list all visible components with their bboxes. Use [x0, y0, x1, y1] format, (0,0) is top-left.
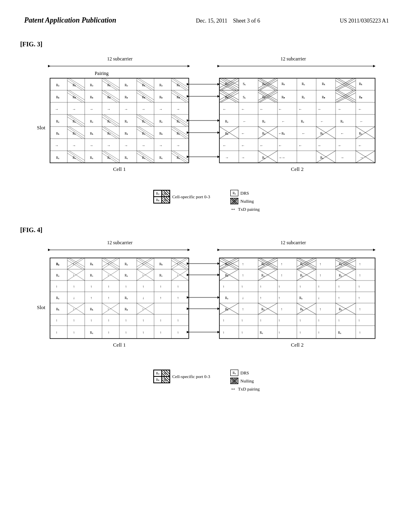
svg-text:→: →: [55, 107, 58, 111]
svg-line-75: [69, 78, 85, 88]
svg-line-106: [137, 117, 152, 127]
svg-text:Rₑ: Rₑ: [338, 331, 341, 335]
svg-text:R₃: R₃: [322, 96, 325, 99]
svg-text:↑: ↑: [260, 285, 262, 289]
svg-text:↑: ↑: [108, 296, 110, 300]
svg-line-85: [171, 81, 186, 90]
fig4-legend-pairing-label: TxD pairing: [238, 387, 260, 391]
fig3-label: [FIG. 3]: [20, 41, 393, 48]
svg-line-285: [67, 258, 82, 267]
svg-text:R₂: R₂: [125, 96, 128, 99]
svg-text:↑: ↑: [241, 318, 243, 322]
svg-line-98: [67, 114, 85, 127]
svg-text:↑: ↑: [107, 274, 109, 277]
svg-line-112: [67, 129, 82, 139]
page-header: Patent Application Publication Dec. 15, …: [0, 0, 413, 29]
svg-text:Rₒ: Rₒ: [125, 308, 128, 311]
svg-text:Rₑ: Rₑ: [177, 120, 180, 123]
fig3-subcarrier-labels: 12 subcarrier 12 subcarrier: [33, 56, 380, 62]
svg-line-122: [67, 151, 85, 163]
svg-text:←: ←: [302, 131, 305, 135]
svg-text:↑: ↑: [73, 274, 74, 277]
svg-text:R₁: R₁: [56, 132, 59, 135]
svg-text:↑: ↑: [358, 318, 360, 322]
svg-text:↑: ↑: [160, 296, 162, 300]
svg-text:Cell 2: Cell 2: [291, 166, 303, 172]
svg-line-92: [137, 90, 154, 102]
svg-text:←: ←: [260, 107, 263, 111]
svg-text:↑: ↑: [177, 330, 179, 335]
svg-line-116: [137, 127, 154, 139]
svg-text:Rₑ: Rₑ: [302, 96, 305, 99]
svg-text:R₃: R₃: [359, 96, 362, 99]
svg-text:R₁: R₁: [56, 308, 59, 311]
svg-text:→: →: [107, 143, 111, 148]
svg-line-127: [102, 153, 117, 163]
svg-text:R₃: R₃: [73, 96, 76, 99]
legend-port-label: Cell-specific port 0-3: [172, 194, 210, 199]
svg-text:↑: ↑: [281, 262, 283, 266]
svg-text:↑: ↑: [73, 318, 75, 322]
svg-text:↑: ↑: [338, 296, 340, 300]
svg-text:R₁: R₁: [261, 262, 265, 266]
svg-text:↑: ↑: [260, 318, 262, 322]
svg-text:↑: ↑: [56, 330, 58, 335]
svg-line-103: [102, 117, 117, 127]
svg-text:↑: ↑: [56, 318, 58, 322]
svg-text:R₀: R₀: [73, 132, 76, 135]
svg-text:R₁: R₁: [225, 308, 228, 311]
legend-pairing-label: TxD pairing: [238, 207, 260, 212]
svg-text:R₁: R₁: [90, 262, 93, 266]
pairing-arrow-icon: ↔: [230, 206, 236, 212]
svg-text:R₀: R₀: [90, 83, 93, 87]
svg-text:R₁: R₁: [73, 83, 76, 87]
svg-text:←: ←: [318, 143, 321, 148]
fig4-pairing-arrow-icon: ↔: [230, 386, 236, 392]
svg-line-132: [173, 151, 189, 160]
patent-number: US 2011/0305223 A1: [340, 16, 389, 24]
svg-text:R₃: R₃: [177, 96, 180, 99]
svg-text:Rₑ: Rₑ: [225, 120, 228, 123]
svg-text:Rₑ: Rₑ: [107, 156, 111, 160]
svg-text:Rₑ: Rₑ: [56, 262, 59, 266]
svg-text:R₀: R₀: [225, 262, 228, 266]
svg-text:Rₑ: Rₑ: [125, 296, 128, 300]
svg-line-305: [171, 260, 186, 269]
svg-text:↑: ↑: [56, 285, 58, 289]
legend-nulling-label: Nulling: [240, 199, 254, 204]
svg-text:→: →: [176, 143, 180, 148]
svg-text:R₁: R₁: [177, 83, 180, 87]
svg-text:↑: ↑: [359, 307, 361, 311]
svg-text:R₀: R₀: [261, 308, 265, 311]
svg-line-100: [67, 117, 82, 127]
svg-text:←: ←: [358, 143, 362, 148]
svg-line-91: [102, 93, 117, 102]
svg-text:↑: ↑: [142, 318, 144, 322]
fig4-diagram: 12 subcarrier 12 subcarrier: [20, 240, 393, 400]
svg-text:→: →: [225, 156, 229, 160]
svg-text:↑: ↑: [359, 273, 361, 277]
svg-line-90: [104, 90, 119, 100]
svg-text:R₁: R₁: [107, 83, 111, 87]
svg-text:R₁: R₁: [300, 308, 303, 311]
publication-title: Patent Application Publication: [24, 16, 116, 25]
svg-text:Rₑ: Rₑ: [56, 156, 59, 160]
svg-text:Rₐ: Rₐ: [261, 274, 265, 277]
svg-line-82: [137, 81, 152, 90]
svg-text:Rₑ: Rₑ: [90, 331, 93, 335]
svg-line-76: [67, 81, 82, 90]
svg-line-89: [102, 90, 119, 102]
fig4-label: [FIG. 4]: [20, 227, 393, 234]
svg-text:→: →: [241, 156, 245, 160]
svg-line-113: [102, 127, 119, 139]
svg-text:↑: ↑: [125, 285, 127, 289]
svg-text:R₁: R₁: [359, 82, 362, 86]
svg-text:Rₑ: Rₑ: [142, 156, 145, 160]
svg-text:↑: ↑: [73, 330, 75, 335]
legend-drs-label: DRS: [240, 191, 249, 195]
svg-text:←: ←: [298, 107, 302, 111]
svg-text:↑: ↑: [90, 296, 92, 300]
svg-text:←: ←: [320, 120, 323, 123]
svg-text:↑: ↑: [177, 296, 179, 300]
svg-text:↑: ↑: [125, 330, 127, 335]
